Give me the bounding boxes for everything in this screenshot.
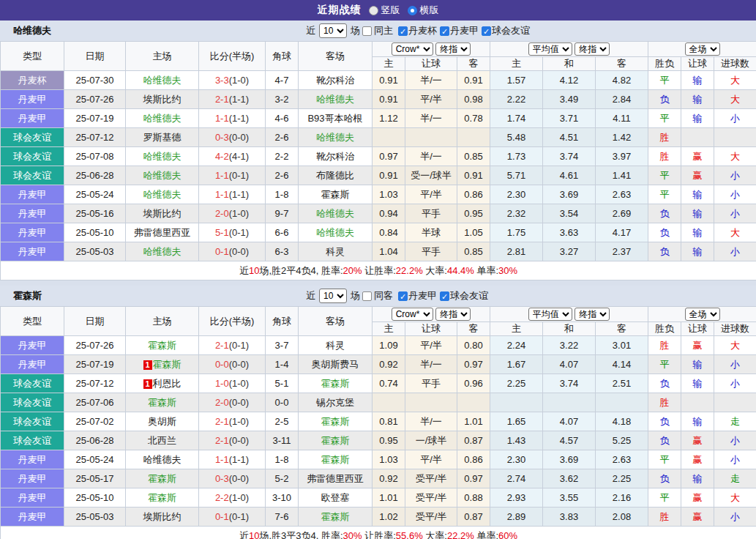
avg-draw-odds: 3.83 xyxy=(543,508,596,527)
avg-away-odds: 5.25 xyxy=(596,431,648,450)
avg-draw-odds: 3.71 xyxy=(543,109,596,128)
away-team-cell: 霍森斯 xyxy=(299,431,373,450)
team-name-text: 哈维德夫 xyxy=(316,208,354,219)
radio-unchecked-icon[interactable] xyxy=(369,6,378,15)
handicap-away-odds: 0.86 xyxy=(457,450,490,469)
match-type-cell: 丹麦甲 xyxy=(1,508,64,527)
avg-source-select[interactable]: 平均值 xyxy=(528,42,572,56)
odds-group-header: Crow* 终指 xyxy=(373,42,490,57)
avg-away-odds: 3.97 xyxy=(596,147,648,166)
match-row: 丹麦甲25-07-19哈维德夫1-1(1-1)4-6B93哥本哈根1.12半/一… xyxy=(1,109,756,128)
full-time-score[interactable]: 0-3 xyxy=(215,473,229,484)
full-time-score[interactable]: 1-1 xyxy=(215,454,229,465)
result-handicap: 输 xyxy=(681,412,714,431)
score-cell: 1-1(0-1) xyxy=(199,166,266,185)
full-time-score[interactable]: 4-2 xyxy=(215,151,229,162)
full-time-score[interactable]: 1-1 xyxy=(215,189,229,200)
date-cell: 25-05-10 xyxy=(64,223,126,242)
stat-segment: 大率: xyxy=(423,265,447,276)
avg-source-select[interactable]: 平均值 xyxy=(528,308,572,321)
match-type-cell: 球会友谊 xyxy=(1,374,64,393)
result-handicap: 赢 xyxy=(681,488,714,508)
home-team-cell: 1利恩比 xyxy=(126,374,199,393)
home-team-cell: 奥胡斯 xyxy=(126,412,199,431)
score-cell: 2-2(1-0) xyxy=(199,488,266,508)
full-time-score[interactable]: 0-1 xyxy=(215,246,229,257)
layout-option-vertical[interactable]: 竖版 xyxy=(369,4,400,17)
result-outcome: 胜 xyxy=(648,147,681,166)
avg-away-odds: 4.18 xyxy=(596,412,648,431)
handicap-away-odds: 1.01 xyxy=(457,412,490,431)
radio-checked-icon[interactable] xyxy=(408,6,417,15)
full-time-score[interactable]: 2-0 xyxy=(215,208,229,219)
handicap-home-odds: 0.95 xyxy=(373,431,405,450)
match-row: 丹麦甲25-07-26霍森斯2-1(0-1)3-7科灵1.09平/半0.802.… xyxy=(1,336,756,355)
scope-select[interactable]: 全场 xyxy=(685,42,720,56)
result-goals: 小 xyxy=(714,374,756,393)
league-filter-item: ✓球会友谊 xyxy=(482,24,530,37)
odds-stage-select[interactable]: 终指 xyxy=(435,42,471,56)
same-venue-checkbox[interactable] xyxy=(362,291,372,301)
result-goals: 小 xyxy=(714,355,756,374)
match-row: 球会友谊25-07-12罗斯基德0-3(0-0)2-6哈维德夫5.484.511… xyxy=(1,128,756,147)
handicap-away-odds: 1.05 xyxy=(457,223,490,242)
layout-option-horizontal[interactable]: 横版 xyxy=(408,4,439,17)
result-handicap: 输 xyxy=(681,374,714,393)
avg-home-odds: 2.30 xyxy=(490,450,543,469)
league-filter-checkbox[interactable]: ✓ xyxy=(398,26,408,36)
league-filter-group: ✓丹麦甲✓球会友谊 xyxy=(395,289,488,302)
stat-segment: 单率: xyxy=(474,530,498,539)
result-outcome: 平 xyxy=(648,166,681,185)
odds-provider-select[interactable]: Crow* xyxy=(392,308,433,321)
full-time-score[interactable]: 0-3 xyxy=(215,132,229,143)
handicap-home-odds: 0.94 xyxy=(373,204,405,223)
table-header-selects-row: 类型 日期 主场 比分(半场) 角球 客场 Crow* 终指 平均值 终指 全场 xyxy=(1,42,756,57)
result-outcome: 负 xyxy=(648,90,681,109)
match-row: 丹麦甲25-05-03哈维德夫0-1(0-0)6-3科灵1.04平手0.852.… xyxy=(1,242,756,261)
team-name-text: 弗雷德里西亚 xyxy=(307,473,364,484)
handicap-home-odds xyxy=(373,393,405,412)
league-filter-checkbox[interactable]: ✓ xyxy=(482,26,491,36)
team-name-text: 霍森斯 xyxy=(148,397,176,408)
handicap-home-odds: 1.04 xyxy=(373,242,405,261)
full-time-score[interactable]: 2-1 xyxy=(215,416,229,427)
full-time-score[interactable]: 0-0 xyxy=(215,359,229,370)
full-time-score[interactable]: 2-1 xyxy=(215,435,229,446)
recent-count-select[interactable]: 10 xyxy=(319,289,347,303)
result-handicap: 输 xyxy=(681,71,714,90)
full-time-score[interactable]: 2-0 xyxy=(215,397,229,408)
full-time-score[interactable]: 3-3 xyxy=(215,75,229,86)
recent-count-select[interactable]: 10 xyxy=(319,23,347,38)
full-time-score[interactable]: 1-1 xyxy=(215,113,229,124)
avg-draw-odds: 3.22 xyxy=(543,336,596,355)
handicap-line: 平/半 xyxy=(405,90,457,109)
result-outcome: 平 xyxy=(648,355,681,374)
full-time-score[interactable]: 0-1 xyxy=(215,511,229,522)
full-time-score[interactable]: 1-0 xyxy=(215,378,229,389)
avg-stage-select[interactable]: 终指 xyxy=(575,308,610,321)
full-time-score[interactable]: 2-1 xyxy=(215,94,229,105)
col-header-type: 类型 xyxy=(1,42,64,71)
result-goals: 小 xyxy=(714,508,756,527)
league-filter-checkbox[interactable]: ✓ xyxy=(398,291,408,301)
full-time-score[interactable]: 2-1 xyxy=(215,340,229,351)
league-filter-checkbox[interactable]: ✓ xyxy=(440,291,449,301)
odds-stage-select[interactable]: 终指 xyxy=(435,308,471,321)
handicap-line: 平手 xyxy=(405,242,457,261)
half-time-score: (1-1) xyxy=(229,189,249,200)
league-filter-checkbox[interactable]: ✓ xyxy=(440,26,449,36)
odds-provider-select[interactable]: Crow* xyxy=(392,42,433,56)
avg-draw-odds: 3.74 xyxy=(543,147,596,166)
full-time-score[interactable]: 5-1 xyxy=(215,227,229,238)
full-time-score[interactable]: 1-1 xyxy=(215,170,229,181)
scope-select[interactable]: 全场 xyxy=(685,308,720,321)
stat-segment: 30% xyxy=(498,265,517,276)
half-time-score: (1-0) xyxy=(229,208,249,219)
avg-away-odds: 2.37 xyxy=(596,242,648,261)
avg-stage-select[interactable]: 终指 xyxy=(575,42,610,56)
date-cell: 25-05-03 xyxy=(64,508,126,527)
full-time-score[interactable]: 2-2 xyxy=(215,492,229,503)
same-venue-checkbox[interactable] xyxy=(362,26,372,36)
team-name-text: 奥胡斯费马 xyxy=(312,359,359,370)
avg-away-odds: 2.16 xyxy=(596,488,648,508)
